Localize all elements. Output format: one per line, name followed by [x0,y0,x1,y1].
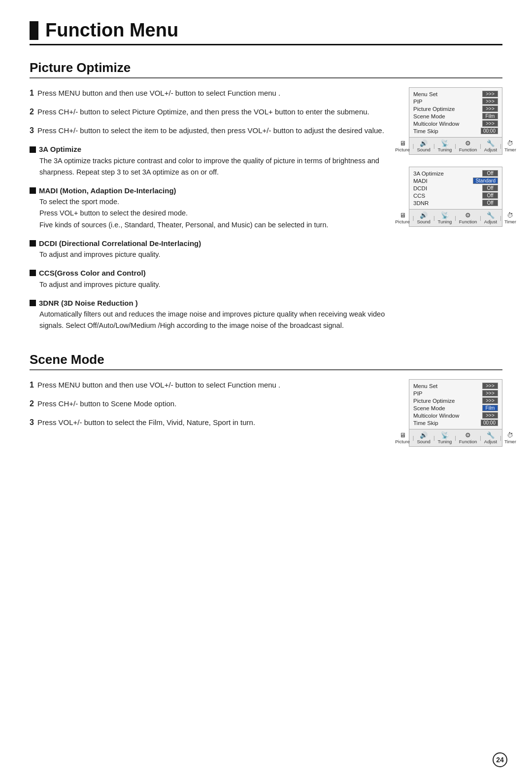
menu-box-3-inner: Menu Set>>> PIP>>> Picture Optimize>>> S… [409,380,502,429]
sub-item-body: To adjust and improves picture quality. [39,249,394,260]
step-num: 3 [30,126,34,135]
bullet-icon [30,146,36,153]
menu-screenshots: Menu Set>>> PIP>>> Picture Optimize>>> S… [409,87,502,227]
menu-box-3: Menu Set>>> PIP>>> Picture Optimize>>> S… [409,379,502,447]
sub-item-body: To select the sport mode. Press VOL+ but… [39,196,394,231]
title-bar-decoration [30,21,38,40]
menu-nav-1: 🖥Picture | 🔊Sound | 📡Tuning | ⚙Function … [409,137,502,154]
step-1-3: 3 Press CH+/- button to select the item … [30,125,394,137]
sub-item-title-text: 3A Optimize [39,143,81,155]
section2-title: Scene Mode [30,352,502,370]
menu-box-2: 3A OptimizeOff MADIStandard DCDIOff CCSO… [409,167,502,227]
sub-item-body: To adjust and improves picture quality. [39,279,394,290]
sub-item-title-text: DCDI (Directional Correlational De-Inter… [39,238,201,249]
sub-item-madi: MADI (Motion, Adaption De-Interlacing) T… [30,185,394,231]
step-text: Press CH+/- button to select the item to… [37,126,384,135]
menu-box-2-inner: 3A OptimizeOff MADIStandard DCDIOff CCSO… [409,167,502,209]
step-1-2: 2 Press CH+/- button to select Picture O… [30,106,394,118]
page-number: 24 [493,752,507,767]
step-text: Press MENU button and then use VOL+/- bu… [37,381,280,389]
menu-nav-3: 🖥Picture | 🔊Sound | 📡Tuning | ⚙Function … [409,429,502,446]
step-text: Press VOL+/- button to select the Film, … [37,418,255,426]
step-2-1: 1 Press MENU button and then use VOL+/- … [30,379,394,391]
step-2-3: 3 Press VOL+/- button to select the Film… [30,417,394,429]
section1-content: 1 Press MENU button and then use VOL+/- … [30,87,394,334]
step-num: 3 [30,418,34,426]
bullet-icon [30,240,36,247]
sub-item-dcdi: DCDI (Directional Correlational De-Inter… [30,238,394,260]
section2-content: 1 Press MENU button and then use VOL+/- … [30,379,394,435]
sub-item-3dnr: 3DNR (3D Noise Reduction ) Automatically… [30,297,394,332]
section-scene-mode: Scene Mode 1 Press MENU button and then … [30,352,502,447]
menu-nav-2: 🖥Picture | 🔊Sound | 📡Tuning | ⚙Function … [409,209,502,226]
section1-title: Picture Optimize [30,60,502,78]
section-picture-optimize: Picture Optimize 1 Press MENU button and… [30,60,502,334]
step-1-1: 1 Press MENU button and then use VOL+/- … [30,87,394,100]
step-text: Press MENU button and then use VOL+/- bu… [37,89,280,97]
sub-item-title-text: CCS(Gross Color and Control) [39,267,146,279]
step-num: 1 [30,89,34,97]
sub-item-3a: 3A Optimize The 3A optimize tracks pictu… [30,143,394,178]
step-num: 2 [30,107,34,116]
sub-item-body: The 3A optimize tracks picture contrast … [39,155,394,178]
menu-screenshot-3: Menu Set>>> PIP>>> Picture Optimize>>> S… [409,379,502,447]
step-num: 1 [30,381,34,389]
step-num: 2 [30,399,34,408]
sub-item-title-text: 3DNR (3D Noise Reduction ) [39,297,138,309]
menu-box-1: Menu Set>>> PIP>>> Picture Optimize>>> S… [409,87,502,155]
step-text: Press CH+/- button to Scene Mode option. [37,399,176,408]
sub-item-title-text: MADI (Motion, Adaption De-Interlacing) [39,185,176,196]
step-2-2: 2 Press CH+/- button to Scene Mode optio… [30,398,394,410]
bullet-icon [30,270,36,276]
sub-item-body: Automatically filters out and reduces th… [39,309,394,331]
menu-box-1-inner: Menu Set>>> PIP>>> Picture Optimize>>> S… [409,88,502,137]
sub-item-ccs: CCS(Gross Color and Control) To adjust a… [30,267,394,290]
step-text: Press CH+/- button to select Picture Opt… [37,107,369,116]
page-title: Function Menu [30,20,502,45]
bullet-icon [30,187,36,194]
bullet-icon [30,300,36,306]
